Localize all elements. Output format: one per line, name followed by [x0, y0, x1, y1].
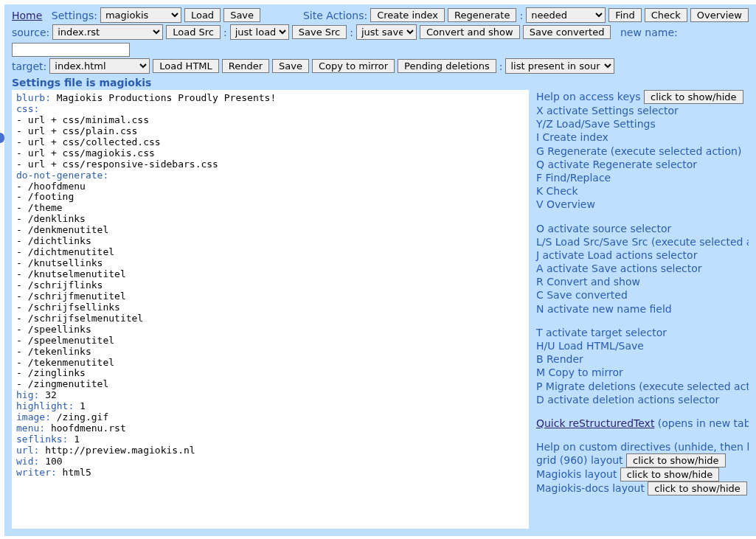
- help-line: K Check: [536, 184, 749, 198]
- help-line: B Render: [536, 352, 749, 366]
- load-action-selector[interactable]: just load: [230, 24, 289, 40]
- magiokis-layout-label: Magiokis layout: [536, 468, 617, 480]
- site-actions-label: Site Actions:: [303, 10, 367, 21]
- quick-rst-link[interactable]: Quick reStructuredText: [536, 417, 654, 429]
- help-line: M Copy to mirror: [536, 366, 749, 379]
- toggle-magiokis-button[interactable]: click to show/hide: [620, 467, 719, 481]
- convert-show-button[interactable]: Convert and show: [420, 25, 520, 39]
- help-line: Y/Z Load/Save Settings: [536, 117, 749, 131]
- toolbar-row-2: source: index.rst Load Src : just load S…: [12, 24, 749, 57]
- help-line: N activate new name field: [536, 302, 749, 316]
- settings-file-title: Settings file is magiokis: [12, 77, 749, 88]
- help-line: T activate target selector: [536, 326, 749, 339]
- toggle-magiokis-docs-button[interactable]: click to show/hide: [648, 481, 746, 495]
- save-target-button[interactable]: Save: [272, 59, 309, 73]
- help-line: P Migrate deletions (execute selected ac…: [536, 380, 749, 393]
- help-line: R Convert and show: [536, 275, 749, 288]
- load-html-button[interactable]: Load HTML: [153, 59, 219, 73]
- regenerate-selector[interactable]: needed: [526, 7, 606, 23]
- help-line: O activate source selector: [536, 222, 749, 235]
- help-line: D activate deletion actions selector: [536, 393, 749, 406]
- help-line: V Overview: [536, 198, 749, 211]
- target-selector[interactable]: index.html: [49, 58, 150, 74]
- settings-label: Settings:: [52, 10, 97, 21]
- help-line: H/U Load HTML/Save: [536, 339, 749, 352]
- save-src-button[interactable]: Save Src: [292, 25, 347, 39]
- toggle-grid-button[interactable]: click to show/hide: [626, 453, 725, 467]
- render-button[interactable]: Render: [222, 59, 269, 73]
- copy-mirror-button[interactable]: Copy to mirror: [312, 59, 395, 73]
- help-line: Q activate Regenerate selector: [536, 158, 749, 171]
- help-access-keys-label: Help on access keys: [536, 91, 641, 102]
- save-action-selector[interactable]: just save: [356, 24, 417, 40]
- new-name-field[interactable]: [12, 43, 130, 57]
- settings-selector[interactable]: magiokis: [100, 7, 181, 23]
- deletion-action-selector[interactable]: list present in source: [505, 58, 614, 74]
- load-src-button[interactable]: Load Src: [166, 25, 221, 39]
- help-line: L/S Load Src/Save Src (execute selected …: [536, 235, 749, 248]
- settings-editor[interactable]: blurb: Magiokis Productions Proudly Pres…: [12, 90, 529, 529]
- help-line: G Regenerate (execute selected action): [536, 145, 749, 158]
- colon-3: :: [350, 27, 353, 38]
- help-panel: Help on access keys click to show/hide X…: [533, 90, 749, 495]
- source-label: source:: [12, 27, 49, 38]
- target-label: target:: [12, 60, 46, 72]
- home-link[interactable]: Home: [12, 10, 42, 21]
- colon-4: :: [499, 60, 503, 72]
- regenerate-button[interactable]: Regenerate: [448, 8, 516, 22]
- source-selector[interactable]: index.rst: [52, 24, 163, 40]
- toggle-access-keys-button[interactable]: click to show/hide: [644, 90, 743, 104]
- quick-rst-note: (opens in new tab): [654, 417, 749, 429]
- colon-2: :: [223, 27, 227, 38]
- help-custom-directives: Help on custom directives (unhide, then …: [536, 440, 749, 453]
- toolbar-row-3: target: index.html Load HTML Render Save…: [12, 58, 749, 74]
- help-line: F Find/Replace: [536, 171, 749, 184]
- save-converted-button[interactable]: Save converted: [523, 25, 611, 39]
- help-line: J activate Load actions selector: [536, 248, 749, 262]
- find-button[interactable]: Find: [608, 8, 642, 22]
- check-button[interactable]: Check: [645, 8, 687, 22]
- colon-1: :: [519, 10, 523, 21]
- save-settings-button[interactable]: Save: [223, 8, 260, 22]
- help-line: C Save converted: [536, 288, 749, 302]
- help-line: X activate Settings selector: [536, 104, 749, 117]
- new-name-label: new name:: [620, 27, 678, 38]
- pending-deletions-button[interactable]: Pending deletions: [398, 59, 496, 73]
- create-index-button[interactable]: Create index: [370, 8, 445, 22]
- help-line: A activate Save actions selector: [536, 262, 749, 275]
- magiokis-docs-layout-label: Magiokis-docs layout: [536, 482, 645, 494]
- load-settings-button[interactable]: Load: [184, 8, 221, 22]
- grid-layout-label: grid (960) layout: [536, 454, 623, 466]
- help-line: I Create index: [536, 131, 749, 144]
- overview-button[interactable]: Overview: [690, 8, 749, 22]
- toolbar-row-1: Home Settings: magiokis Load Save Site A…: [12, 7, 749, 23]
